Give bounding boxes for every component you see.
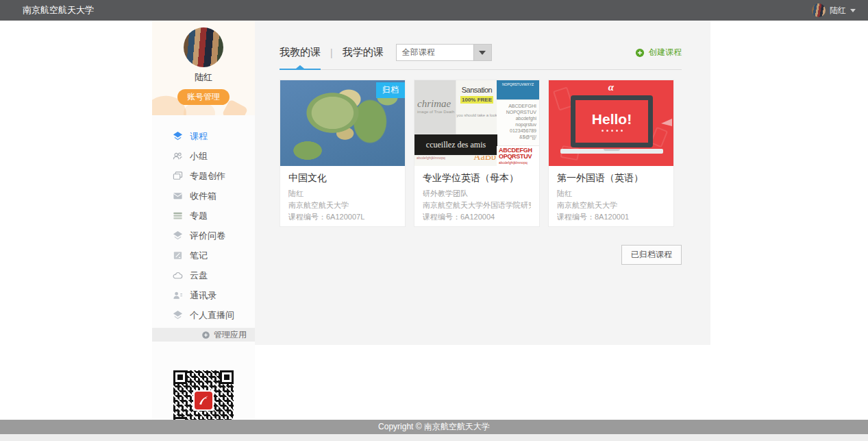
sidebar: 陆红 账号管理 课程 小组 专题创作 收件箱 专题 评价问卷 笔记 — [152, 21, 255, 420]
course-teacher: 陆红 — [557, 188, 665, 200]
social-dots — [602, 130, 623, 132]
course-code-value: 6A120007L — [326, 213, 364, 221]
archive-badge: 归档 — [376, 82, 405, 98]
course-filter-select[interactable]: 全部课程 — [396, 44, 492, 61]
course-code-value: 8A120001 — [595, 213, 629, 221]
cloud-icon — [173, 270, 183, 281]
tab-underline — [280, 69, 682, 70]
course-title: 中国文化 — [288, 172, 397, 184]
user-menu[interactable]: 陆红 — [812, 3, 856, 17]
collage-block: abcdefghijklmnopq AaBb — [414, 156, 497, 166]
school-name: 南京航空航天大学 — [23, 4, 94, 16]
paper-plane-icon — [661, 119, 672, 126]
course-org: 南京航空航天大学 — [288, 200, 397, 211]
sidebar-item-notes[interactable]: 笔记 — [173, 246, 255, 265]
active-tab-indicator — [280, 69, 321, 70]
monitor-graphic: Hello! — [571, 95, 653, 147]
bottom-strip — [0, 434, 868, 441]
profile-section: 陆红 账号管理 — [152, 21, 255, 115]
course-code: 课程编号：8A120001 — [557, 211, 665, 223]
profile-avatar[interactable] — [184, 27, 223, 67]
active-tab-pointer — [296, 65, 304, 69]
course-card[interactable]: α Hello! 第一外国语（英语） 陆红 南京航空航天大学 — [548, 80, 674, 227]
course-cover-typography: chrimae image of True Death Sansation 10… — [414, 80, 539, 166]
sidebar-item-label: 笔记 — [190, 250, 208, 262]
course-card[interactable]: 归档 中国文化 陆红 南京航空航天大学 课程编号：6A120007L — [280, 80, 406, 227]
sidebar-item-label: 收件箱 — [190, 190, 216, 202]
note-icon — [173, 250, 183, 261]
course-code-value: 6A120004 — [460, 213, 495, 221]
sidebar-item-survey[interactable]: 评价问卷 — [173, 226, 255, 246]
user-name: 陆红 — [830, 5, 846, 16]
sidebar-item-groups[interactable]: 小组 — [173, 146, 255, 166]
create-course-button[interactable]: 创建课程 — [635, 47, 682, 58]
hello-text: Hello! — [592, 111, 632, 128]
course-icon — [173, 131, 183, 141]
survey-icon — [173, 230, 183, 241]
course-code-label: 课程编号： — [288, 213, 326, 221]
collage-block: ABCDEFGHI NOPQRSTUV abcdefghi nopqrstuv … — [497, 100, 539, 145]
collage-block: Sansation 100% FREE you should take a lo… — [456, 80, 497, 142]
sidebar-item-label: 课程 — [190, 130, 208, 143]
manage-apps-label: 管理应用 — [214, 329, 247, 341]
course-org: 南京航空航天大学 — [557, 200, 665, 211]
dropdown-arrow-button[interactable] — [473, 45, 491, 60]
sidebar-item-label: 通讯录 — [190, 289, 216, 302]
topic-icon — [173, 211, 183, 221]
course-code: 课程编号：6A120007L — [288, 211, 397, 223]
course-card[interactable]: chrimae image of True Death Sansation 10… — [414, 80, 540, 227]
chevron-down-icon — [850, 9, 856, 12]
footer: Copyright © 南京航空航天大学 — [0, 420, 868, 434]
course-cover-map: 归档 — [280, 80, 405, 166]
sidebar-item-inbox[interactable]: 收件箱 — [173, 186, 255, 206]
course-code: 课程编号：6A120004 — [423, 211, 531, 223]
sidebar-item-cloud[interactable]: 云盘 — [173, 265, 255, 285]
manage-apps-button[interactable]: 管理应用 — [152, 328, 255, 342]
sidebar-menu: 课程 小组 专题创作 收件箱 专题 评价问卷 笔记 云盘 — [152, 115, 255, 325]
top-bar: 南京航空航天大学 陆红 — [0, 0, 868, 21]
account-manage-button[interactable]: 账号管理 — [177, 89, 230, 105]
laptop-base-graphic — [560, 149, 663, 154]
course-teacher: 陆红 — [288, 188, 397, 200]
sidebar-item-label: 专题 — [190, 210, 208, 222]
course-card-body: 中国文化 陆红 南京航空航天大学 课程编号：6A120007L — [280, 166, 405, 229]
sidebar-item-courses[interactable]: 课程 — [173, 126, 255, 146]
collage-block: ccueillez des amis — [414, 134, 497, 155]
tab-divider: | — [330, 47, 333, 58]
archived-courses-button[interactable]: 已归档课程 — [621, 245, 682, 265]
plus-circle-icon — [635, 48, 645, 58]
course-title: 专业学位英语（母本） — [423, 172, 531, 184]
course-code-label: 课程编号： — [423, 213, 460, 221]
sidebar-item-label: 评价问卷 — [190, 230, 225, 242]
sidebar-item-live-room[interactable]: 个人直播间 — [173, 305, 255, 325]
collage-block: chrimae image of True Death — [414, 80, 456, 134]
collage-block: ABCDEFGH OPQRSTUV abcdefghijklmnopq — [497, 146, 539, 166]
filter-selected-value: 全部课程 — [397, 47, 473, 58]
qr-finder — [173, 370, 187, 384]
course-teacher: 研外教学团队 — [423, 188, 531, 200]
live-room-icon — [173, 310, 183, 320]
sidebar-item-label: 云盘 — [190, 270, 208, 282]
course-card-list: 归档 中国文化 陆红 南京航空航天大学 课程编号：6A120007L chrim… — [280, 80, 682, 227]
user-avatar — [812, 3, 826, 17]
copyright-text: Copyright © 南京航空航天大学 — [378, 422, 490, 431]
tab-row: 我教的课 | 我学的课 全部课程 创建课程 — [280, 44, 682, 61]
sidebar-item-topic-create[interactable]: 专题创作 — [173, 166, 255, 186]
topic-create-icon — [173, 171, 183, 181]
collage-block: NOPQRSTUVWXYZ — [497, 80, 539, 99]
script-glyph: α — [549, 82, 673, 93]
plus-circle-icon — [201, 331, 210, 339]
sidebar-item-topics[interactable]: 专题 — [173, 206, 255, 226]
sidebar-item-label: 专题创作 — [190, 170, 225, 182]
course-card-body: 专业学位英语（母本） 研外教学团队 南京航空航天大学外国语学院研究生公共... … — [414, 166, 539, 229]
qr-finder — [220, 370, 234, 384]
main-panel: 我教的课 | 我学的课 全部课程 创建课程 归档 中国文化 — [255, 21, 710, 345]
course-org: 南京航空航天大学外国语学院研究生公共... — [423, 200, 531, 211]
tab-my-teaching[interactable]: 我教的课 — [280, 46, 321, 59]
profile-name: 陆红 — [152, 71, 255, 84]
tab-my-learning[interactable]: 我学的课 — [343, 46, 384, 59]
course-code-label: 课程编号： — [557, 213, 595, 221]
app-logo-icon — [193, 390, 214, 411]
sidebar-item-contacts[interactable]: 通讯录 — [173, 285, 255, 305]
inbox-icon — [173, 191, 183, 201]
